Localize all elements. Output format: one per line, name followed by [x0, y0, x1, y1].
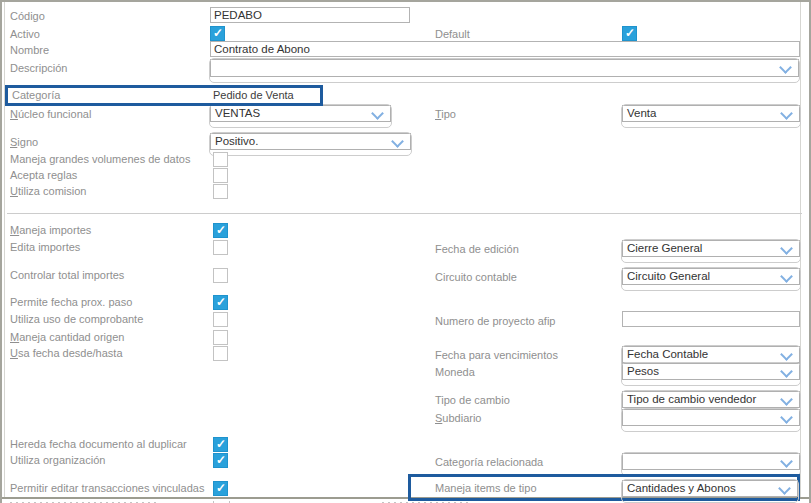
nombre-input[interactable] — [210, 41, 800, 57]
moneda-label: Moneda — [435, 366, 475, 378]
nombre-label: Nombre — [10, 44, 49, 56]
hereda-fecha-documento-checkbox[interactable] — [213, 437, 228, 452]
controlar-total-importes-checkbox[interactable] — [213, 268, 228, 283]
usa-fecha-desde-hasta-label: Usa fecha desde/hasta — [10, 347, 123, 359]
utiliza-uso-comprobante-checkbox[interactable] — [213, 312, 228, 327]
circuito-contable-label: Circuito contable — [435, 271, 517, 283]
maneja-grandes-volumenes-label: Maneja grandes volumenes de datos — [10, 153, 190, 165]
permitir-editar-transacciones-label: Permitir editar transacciones vinculadas — [10, 482, 204, 494]
descripcion-select[interactable] — [210, 59, 799, 77]
tipo-value: Venta — [627, 107, 656, 119]
permitir-editar-transacciones-checkbox[interactable] — [213, 481, 228, 496]
inner-right-border — [800, 2, 801, 498]
circuito-contable-value: Circuito General — [627, 270, 710, 282]
circuito-contable-select[interactable]: Circuito General — [622, 268, 800, 285]
numero-proyecto-afip-label: Numero de proyecto afip — [435, 315, 555, 327]
acepta-reglas-label: Acepta reglas — [10, 169, 77, 181]
chevron-down-icon — [371, 107, 384, 120]
categoria-label: Categoría — [12, 89, 60, 101]
utiliza-uso-comprobante-label: Utiliza uso de comprobante — [10, 313, 143, 325]
numero-proyecto-afip-input[interactable] — [622, 311, 800, 327]
tipo-de-cambio-label: Tipo de cambio — [435, 394, 510, 406]
fecha-de-edicion-select[interactable]: Cierre General — [622, 240, 800, 257]
signo-value: Positivo. — [215, 135, 258, 147]
tipo-label: Tipo — [435, 108, 456, 120]
codigo-label: Código — [10, 10, 45, 22]
nucleo-funcional-value: VENTAS — [215, 107, 260, 119]
categoria-relacionada-select[interactable] — [622, 453, 800, 470]
default-label: Default — [435, 28, 470, 40]
chevron-down-icon — [780, 393, 793, 406]
chevron-down-icon — [780, 242, 793, 255]
chevron-down-icon — [778, 482, 791, 495]
fecha-para-vencimientos-select[interactable]: Fecha Contable — [622, 346, 800, 363]
codigo-input[interactable] — [210, 7, 410, 23]
section-divider — [7, 213, 802, 214]
maneja-importes-checkbox[interactable] — [213, 223, 228, 238]
edita-importes-checkbox[interactable] — [213, 240, 228, 255]
chevron-down-icon — [780, 348, 793, 361]
subdiario-label: Subdiario — [435, 412, 481, 424]
moneda-value: Pesos — [627, 365, 659, 377]
activo-checkbox[interactable] — [210, 26, 225, 41]
maneja-items-de-tipo-value: Cantidades y Abonos — [627, 482, 736, 494]
acepta-reglas-checkbox[interactable] — [213, 168, 228, 183]
fecha-para-vencimientos-value: Fecha Contable — [627, 348, 708, 360]
maneja-cantidad-origen-label: Maneja cantidad origen — [10, 331, 124, 343]
utiliza-organizacion-checkbox[interactable] — [213, 453, 228, 468]
controlar-total-importes-label: Controlar total importes — [10, 269, 124, 281]
form-panel: Código Activo Default Nombre Descripción… — [0, 0, 811, 503]
edita-importes-label: Edita importes — [10, 241, 80, 253]
chevron-down-icon — [780, 411, 793, 424]
inner-left-border — [4, 2, 5, 498]
moneda-select[interactable]: Pesos — [622, 363, 800, 380]
permite-fecha-prox-paso-checkbox[interactable] — [213, 295, 228, 310]
tipo-de-cambio-value: Tipo de cambio vendedor — [627, 393, 756, 405]
utiliza-organizacion-label: Utiliza organización — [10, 454, 105, 466]
tipo-select[interactable]: Venta — [622, 105, 800, 122]
chevron-down-icon — [391, 135, 404, 148]
subdiario-select[interactable] — [622, 409, 800, 426]
maneja-cantidad-origen-checkbox[interactable] — [213, 330, 228, 345]
signo-select[interactable]: Positivo. — [210, 133, 411, 150]
maneja-items-de-tipo-select[interactable]: Cantidades y Abonos — [622, 480, 798, 497]
fecha-para-vencimientos-label: Fecha para vencimientos — [435, 349, 558, 361]
activo-label: Activo — [10, 28, 40, 40]
hereda-fecha-documento-label: Hereda fecha documento al duplicar — [10, 438, 187, 450]
chevron-down-icon — [780, 107, 793, 120]
categoria-value: Pedido de Venta — [213, 89, 294, 101]
chevron-down-icon — [779, 61, 792, 74]
descripcion-label: Descripción — [10, 62, 67, 74]
chevron-down-icon — [780, 455, 793, 468]
maneja-importes-label: Maneja importes — [10, 224, 91, 236]
utiliza-comision-label: Utiliza comision — [10, 185, 86, 197]
default-checkbox[interactable] — [622, 26, 637, 41]
maneja-grandes-volumenes-checkbox[interactable] — [213, 152, 228, 167]
chevron-down-icon — [780, 365, 793, 378]
categoria-relacionada-label: Categoría relacionada — [435, 456, 543, 468]
utiliza-comision-checkbox[interactable] — [213, 184, 228, 199]
chevron-down-icon — [780, 270, 793, 283]
maneja-items-de-tipo-label: Maneja items de tipo — [435, 482, 537, 494]
tipo-de-cambio-select[interactable]: Tipo de cambio vendedor — [622, 391, 800, 408]
nucleo-funcional-label: Núcleo funcional — [10, 108, 91, 120]
usa-fecha-desde-hasta-checkbox[interactable] — [213, 346, 228, 361]
nucleo-funcional-select[interactable]: VENTAS — [210, 105, 391, 122]
fecha-de-edicion-value: Cierre General — [627, 242, 702, 254]
fecha-de-edicion-label: Fecha de edición — [435, 243, 519, 255]
signo-label: Signo — [10, 136, 38, 148]
permite-fecha-prox-paso-label: Permite fecha prox. paso — [10, 296, 132, 308]
